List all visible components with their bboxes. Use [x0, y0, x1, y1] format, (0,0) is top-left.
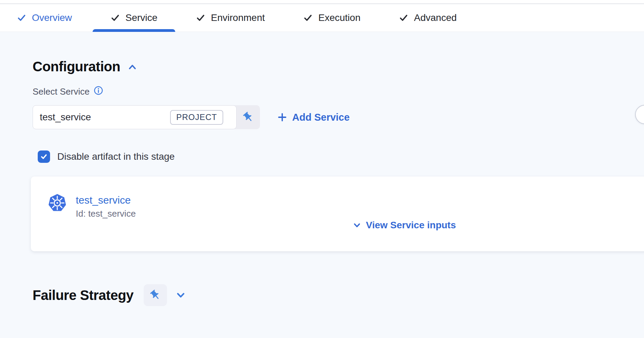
service-select[interactable]: test_service PROJECT [33, 105, 260, 129]
pin-icon [150, 289, 161, 301]
check-icon [17, 13, 26, 23]
select-service-label: Select Service [33, 86, 90, 97]
chevron-down-icon [353, 221, 361, 230]
check-icon [399, 13, 408, 23]
tab-environment[interactable]: Environment [178, 4, 283, 32]
disable-artifact-checkbox[interactable] [38, 150, 50, 163]
tab-advanced[interactable]: Advanced [381, 4, 475, 32]
plus-icon [278, 113, 287, 122]
configuration-title: Configuration [33, 59, 120, 74]
tab-label: Overview [32, 12, 72, 23]
service-select-value: test_service [40, 112, 91, 123]
top-strip [0, 0, 644, 3]
disable-artifact-row: Disable artifact in this stage [38, 150, 644, 163]
select-service-label-row: Select Service [33, 86, 644, 98]
info-icon[interactable] [94, 86, 103, 98]
service-select-input[interactable]: test_service PROJECT [33, 105, 237, 129]
failure-strategy-expand-icon[interactable] [175, 290, 186, 302]
configuration-heading: Configuration [33, 58, 644, 75]
service-select-row: test_service PROJECT Add Service [33, 105, 644, 129]
collapse-configuration-icon[interactable] [127, 60, 138, 75]
check-icon [40, 153, 48, 160]
service-card-info: test_service Id: test_service [48, 194, 136, 219]
tab-label: Execution [318, 12, 360, 23]
check-icon [196, 13, 205, 23]
service-tab-panel: Configuration Select Service test_servic… [0, 58, 644, 306]
add-service-label: Add Service [292, 112, 350, 123]
view-service-inputs-link[interactable]: View Service inputs [353, 220, 456, 231]
tab-execution[interactable]: Execution [285, 4, 378, 32]
tab-service[interactable]: Service [93, 4, 175, 32]
failure-strategy-heading: Failure Strategy [33, 288, 133, 303]
service-id-text: Id: test_service [76, 208, 136, 219]
view-service-inputs-label: View Service inputs [366, 220, 456, 231]
fixed-value-type-button[interactable] [237, 105, 260, 129]
scope-badge: PROJECT [170, 110, 223, 125]
service-card: test_service Id: test_service View Servi… [31, 177, 644, 251]
kubernetes-icon [48, 194, 67, 212]
tab-label: Advanced [414, 12, 457, 23]
tab-overview[interactable]: Overview [0, 4, 90, 32]
add-service-button[interactable]: Add Service [278, 112, 350, 123]
pin-icon [242, 111, 254, 123]
stage-tabbar: Overview Service Environment Execution A… [0, 3, 644, 32]
check-icon [303, 13, 313, 23]
tab-label: Environment [211, 12, 265, 23]
failure-strategy-pin-button[interactable] [144, 284, 167, 306]
check-icon [110, 13, 120, 23]
chevron-down-icon [175, 290, 186, 301]
service-name-link[interactable]: test_service [76, 194, 136, 206]
failure-strategy-section: Failure Strategy [33, 284, 644, 306]
service-card-texts: test_service Id: test_service [76, 194, 136, 219]
active-tab-indicator [93, 29, 175, 32]
tab-label: Service [126, 12, 157, 23]
disable-artifact-label: Disable artifact in this stage [57, 151, 175, 162]
